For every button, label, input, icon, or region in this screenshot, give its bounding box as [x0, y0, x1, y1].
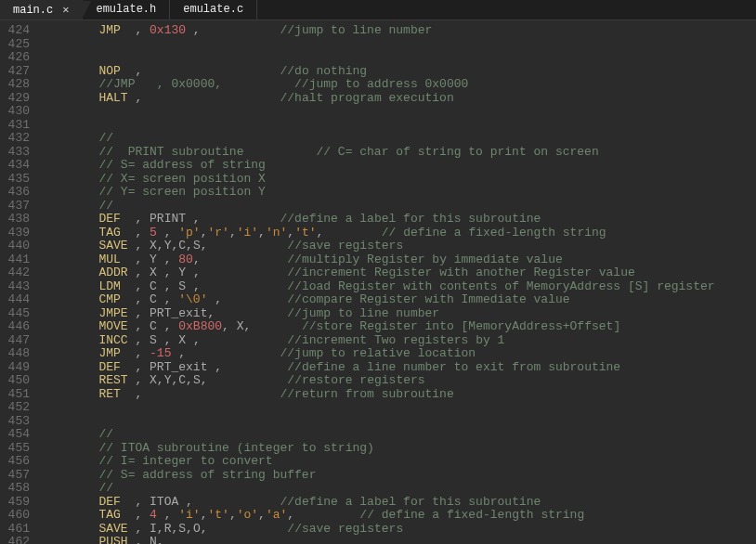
line-number: 449: [0, 361, 30, 375]
code-line: SAVE , X,Y,C,S, //save registers: [41, 240, 715, 253]
code-line: SAVE , I,R,S,O, //save registers: [41, 523, 715, 537]
tab-label: emulate.c: [183, 3, 243, 17]
line-number: 435: [0, 173, 30, 187]
tab-emulate-c[interactable]: emulate.c: [170, 0, 257, 19]
code-line: //: [41, 428, 715, 442]
line-number: 459: [0, 496, 30, 510]
code-line: TAG , 5 , 'p','r','i','n','t', // define…: [41, 227, 715, 240]
tab-label: main.c: [13, 4, 53, 18]
code-line: ADDR , X , Y , //increment Register with…: [41, 266, 715, 280]
code-line: JMP , 0x130 , //jump to line number: [41, 24, 715, 38]
line-number: 458: [0, 482, 30, 496]
line-number: 430: [0, 105, 30, 119]
line-number: 446: [0, 320, 30, 334]
line-number: 424: [0, 24, 30, 38]
code-line: NOP , //do nothing: [41, 65, 715, 79]
line-number: 453: [0, 415, 30, 429]
line-number: 427: [0, 65, 30, 79]
line-number: 448: [0, 347, 30, 361]
line-number: 426: [0, 51, 30, 65]
line-number: 428: [0, 78, 30, 92]
code-line: PUSH , N,: [41, 536, 715, 544]
code-line: [41, 105, 715, 119]
line-number: 447: [0, 334, 30, 348]
line-number: 452: [0, 401, 30, 415]
code-line: LDM , C , S , //load Register with conte…: [41, 280, 715, 294]
code-line: // ITOA subroutine (integer to string): [41, 442, 715, 456]
line-number: 457: [0, 469, 30, 483]
line-number: 432: [0, 132, 30, 146]
code-line: DEF , PRINT , //define a label for this …: [41, 213, 715, 227]
code-line: //: [41, 132, 715, 146]
tab-emulate-h[interactable]: emulate.h: [83, 0, 170, 19]
tab-label: emulate.h: [96, 3, 156, 17]
line-number: 437: [0, 200, 30, 214]
code-line: // PRINT subroutine // C= char of string…: [41, 146, 715, 160]
code-line: [41, 401, 715, 415]
line-number: 450: [0, 374, 30, 388]
code-line: MUL , Y , 80, //multiply Register by imm…: [41, 253, 715, 267]
line-number: 441: [0, 253, 30, 267]
code-line: [41, 51, 715, 65]
code-line: HALT , //halt program execution: [41, 92, 715, 106]
code-line: DEF , ITOA , //define a label for this s…: [41, 496, 715, 510]
code-line: // Y= screen position Y: [41, 186, 715, 200]
line-number: 454: [0, 428, 30, 442]
line-number: 429: [0, 92, 30, 106]
line-number: 460: [0, 509, 30, 523]
code-line: // I= integer to convert: [41, 455, 715, 469]
tab-bar: main.c ✕ emulate.h emulate.c: [0, 0, 756, 20]
close-icon[interactable]: ✕: [62, 4, 69, 18]
line-number: 438: [0, 213, 30, 227]
code-line: RET , //return from subroutine: [41, 388, 715, 402]
code-line: JMP , -15 , //jump to relative location: [41, 347, 715, 361]
line-number: 455: [0, 442, 30, 456]
line-number: 462: [0, 536, 30, 544]
editor: 4244254264274284294304314324334344354364…: [0, 20, 756, 544]
line-number: 451: [0, 388, 30, 402]
line-number: 433: [0, 146, 30, 160]
code-line: // X= screen position X: [41, 173, 715, 187]
code-line: [41, 119, 715, 133]
code-line: JMPE , PRT_exit, //jump to line number: [41, 307, 715, 321]
code-line: REST , X,Y,C,S, //restore registers: [41, 374, 715, 388]
code-line: [41, 38, 715, 52]
code-line: //JMP , 0x0000, //jump to address 0x0000: [41, 78, 715, 92]
line-number: 434: [0, 159, 30, 173]
line-number-gutter: 4244254264274284294304314324334344354364…: [0, 20, 35, 544]
line-number: 431: [0, 119, 30, 133]
code-line: CMP , C , '\0' , //compare Register with…: [41, 293, 715, 307]
code-line: DEF , PRT_exit , //define a line number …: [41, 361, 715, 375]
line-number: 445: [0, 307, 30, 321]
code-line: INCC , S , X , //increment Two registers…: [41, 334, 715, 348]
code-line: [41, 415, 715, 429]
line-number: 456: [0, 455, 30, 469]
code-line: MOVE , C , 0xB800, X, //store Register i…: [41, 320, 715, 334]
line-number: 442: [0, 266, 30, 280]
code-line: //: [41, 482, 715, 496]
code-line: // S= address of string buffer: [41, 469, 715, 483]
line-number: 444: [0, 293, 30, 307]
code-line: // S= address of string: [41, 159, 715, 173]
code-line: TAG , 4 , 'i','t','o','a', // define a f…: [41, 509, 715, 523]
code-line: //: [41, 200, 715, 214]
line-number: 439: [0, 227, 30, 240]
code-area[interactable]: JMP , 0x130 , //jump to line number NOP …: [35, 20, 715, 544]
line-number: 461: [0, 523, 30, 537]
line-number: 436: [0, 186, 30, 200]
line-number: 440: [0, 240, 30, 253]
tab-main-c[interactable]: main.c ✕: [0, 0, 83, 19]
line-number: 425: [0, 38, 30, 52]
line-number: 443: [0, 280, 30, 294]
